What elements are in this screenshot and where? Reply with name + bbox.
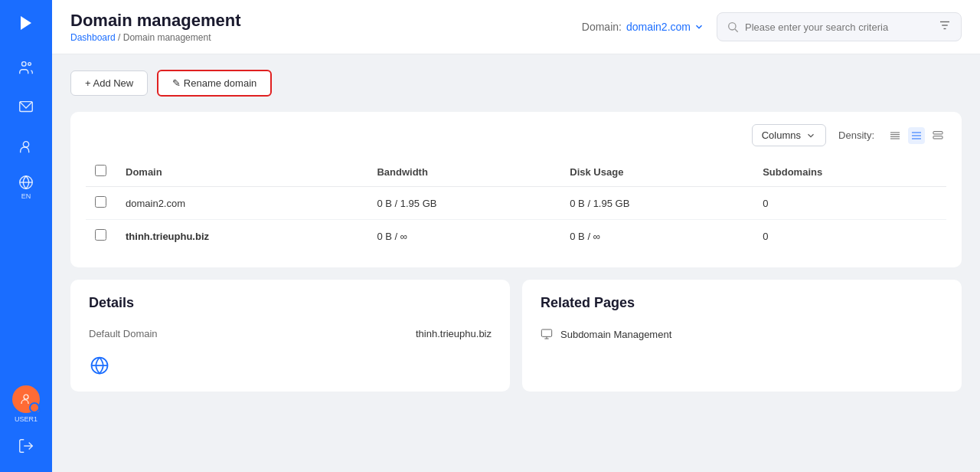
related-item-label: Subdomain Management: [560, 329, 671, 340]
col-disk-usage: Disk Usage: [560, 157, 753, 187]
domain-table: Domain Bandwidth Disk Usage Subdomains d…: [86, 157, 946, 252]
svg-rect-21: [933, 131, 942, 133]
cell-bandwidth: 0 B / 1.95 GB: [368, 187, 560, 220]
subdomain-icon: [541, 328, 553, 340]
domain-value[interactable]: domain2.com: [626, 21, 704, 33]
detail-default-domain-label: Default Domain: [89, 328, 158, 339]
sidebar-item-globe[interactable]: EN: [9, 170, 43, 204]
content-area: + Add New ✎ Rename domain Columns Densit…: [52, 54, 980, 472]
table-row: thinh.trieuphu.biz 0 B / ∞ 0 B / ∞ 0: [86, 220, 946, 253]
page-title: Domain management: [70, 11, 241, 31]
density-icons: [887, 127, 946, 144]
search-icon: [727, 21, 739, 33]
cell-domain: thinh.trieuphu.biz: [116, 220, 368, 253]
svg-point-1: [22, 62, 27, 67]
domain-selector: Domain: domain2.com: [582, 21, 704, 33]
breadcrumb: Dashboard / Domain management: [70, 32, 241, 43]
sidebar-item-person[interactable]: [9, 130, 43, 164]
cell-subdomains: 0: [753, 220, 946, 253]
svg-marker-0: [21, 16, 31, 30]
sidebar-item-logout[interactable]: [9, 429, 43, 463]
header-right: Domain: domain2.com: [582, 12, 962, 41]
svg-rect-25: [541, 329, 551, 336]
filter-icon[interactable]: [938, 18, 952, 35]
svg-line-10: [735, 29, 738, 32]
toolbar: + Add New ✎ Rename domain: [70, 70, 962, 97]
add-new-button[interactable]: + Add New: [70, 70, 148, 96]
header-left: Domain management Dashboard / Domain man…: [70, 11, 241, 43]
density-compact[interactable]: [887, 127, 903, 144]
svg-rect-22: [933, 136, 942, 138]
columns-button[interactable]: Columns: [752, 124, 826, 146]
search-bar: [717, 12, 962, 41]
cell-subdomains: 0: [753, 187, 946, 220]
density-medium[interactable]: [908, 127, 925, 144]
table-controls: Columns Density:: [86, 124, 946, 146]
user-label: USER1: [15, 415, 38, 423]
breadcrumb-separator: /: [118, 32, 123, 43]
related-pages-card: Related Pages Subdomain Management: [522, 280, 962, 392]
avatar: [12, 385, 40, 413]
density-comfortable[interactable]: [929, 127, 946, 144]
cell-disk-usage: 0 B / 1.95 GB: [560, 187, 753, 220]
svg-point-9: [729, 23, 736, 30]
col-bandwidth: Bandwidth: [368, 157, 560, 187]
sidebar-logo[interactable]: [12, 9, 40, 37]
related-pages-title: Related Pages: [541, 295, 943, 311]
sidebar-item-users[interactable]: [9, 51, 43, 84]
select-all-checkbox[interactable]: [95, 165, 106, 176]
svg-point-2: [28, 63, 31, 66]
domain-table-card: Columns Density:: [70, 112, 962, 267]
search-input[interactable]: [745, 21, 932, 33]
details-title: Details: [89, 295, 492, 311]
density-label: Density:: [838, 129, 874, 141]
col-subdomains: Subdomains: [753, 157, 946, 187]
globe-label: EN: [21, 192, 31, 200]
cell-domain: domain2.com: [116, 187, 368, 220]
globe-detail-icon: [89, 355, 110, 376]
cell-bandwidth: 0 B / ∞: [368, 220, 560, 253]
cell-disk-usage: 0 B / ∞: [560, 220, 753, 253]
bottom-cards: Details Default Domain thinh.trieuphu.bi…: [70, 280, 962, 392]
related-item-subdomain[interactable]: Subdomain Management: [541, 322, 943, 346]
breadcrumb-dashboard[interactable]: Dashboard: [70, 32, 116, 43]
col-domain: Domain: [116, 157, 368, 187]
sidebar-item-messages[interactable]: [9, 90, 43, 124]
breadcrumb-current: Domain management: [123, 32, 211, 43]
sidebar: EN USER1: [0, 0, 52, 472]
svg-point-4: [23, 142, 28, 147]
detail-default-domain-value: thinh.trieuphu.biz: [416, 328, 492, 339]
user-section[interactable]: USER1: [12, 385, 40, 423]
svg-point-7: [24, 395, 28, 399]
detail-default-domain: Default Domain thinh.trieuphu.biz: [89, 322, 492, 346]
details-card: Details Default Domain thinh.trieuphu.bi…: [70, 280, 510, 392]
row-checkbox[interactable]: [95, 229, 106, 241]
domain-label: Domain:: [582, 21, 622, 33]
rename-domain-button[interactable]: ✎ Rename domain: [157, 70, 272, 97]
detail-icon-row: [89, 355, 492, 376]
table-row: domain2.com 0 B / 1.95 GB 0 B / 1.95 GB …: [86, 187, 946, 220]
main-content: Domain management Dashboard / Domain man…: [52, 0, 980, 472]
header: Domain management Dashboard / Domain man…: [52, 0, 980, 54]
row-checkbox[interactable]: [95, 196, 106, 208]
